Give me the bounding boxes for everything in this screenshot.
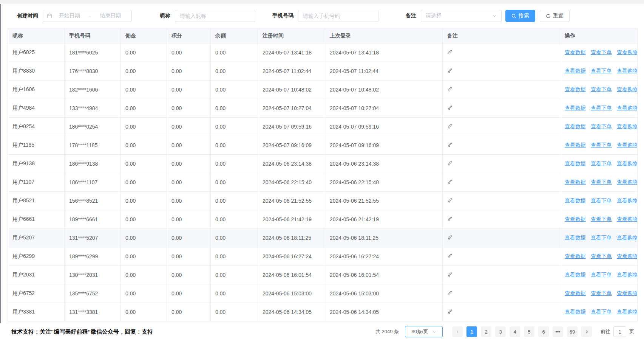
- edit-remark-icon[interactable]: [447, 216, 453, 222]
- view-orders-link[interactable]: 查看下单: [591, 216, 612, 222]
- edit-remark-icon[interactable]: [447, 160, 453, 166]
- cell-last_login: 2024-05-06 23:14:38: [325, 155, 443, 173]
- more-pages-button[interactable]: •••: [553, 326, 563, 337]
- cell-actions: 查看数据查看下单查看购物车: [560, 155, 638, 173]
- view-cart-link[interactable]: 查看购物车: [617, 105, 638, 111]
- view-data-link[interactable]: 查看数据: [565, 123, 586, 129]
- page-button-last[interactable]: 69: [567, 326, 578, 337]
- goto-page-input[interactable]: [613, 326, 626, 337]
- reset-button[interactable]: 重置: [540, 10, 570, 22]
- edit-remark-icon[interactable]: [447, 290, 453, 296]
- view-cart-link[interactable]: 查看购物车: [617, 197, 638, 203]
- view-cart-link[interactable]: 查看购物车: [617, 253, 638, 259]
- view-data-link[interactable]: 查看数据: [565, 290, 586, 296]
- view-data-link[interactable]: 查看数据: [565, 160, 586, 166]
- view-data-link[interactable]: 查看数据: [565, 272, 586, 278]
- view-orders-link[interactable]: 查看下单: [591, 105, 612, 111]
- page-button-2[interactable]: 2: [481, 326, 491, 337]
- view-cart-link[interactable]: 查看购物车: [617, 123, 638, 129]
- view-cart-link[interactable]: 查看购物车: [617, 68, 638, 74]
- cell-nickname: 用户6752: [8, 284, 65, 303]
- col-header-registered: 注册时间: [258, 28, 325, 43]
- cell-registered: 2024-05-07 10:27:04: [258, 99, 325, 118]
- view-cart-link[interactable]: 查看购物车: [617, 160, 638, 166]
- view-data-link[interactable]: 查看数据: [565, 234, 586, 241]
- page-button-4[interactable]: 4: [510, 326, 520, 337]
- view-cart-link[interactable]: 查看购物车: [617, 290, 638, 296]
- view-cart-link[interactable]: 查看购物车: [617, 272, 638, 278]
- cell-last_login: 2024-05-06 21:52:55: [325, 192, 443, 210]
- edit-remark-icon[interactable]: [447, 68, 453, 73]
- view-orders-link[interactable]: 查看下单: [591, 253, 612, 259]
- nickname-input[interactable]: [175, 10, 255, 22]
- prev-page-button[interactable]: [452, 326, 463, 337]
- view-data-link[interactable]: 查看数据: [565, 68, 586, 74]
- view-cart-link[interactable]: 查看购物车: [617, 234, 638, 241]
- cell-phone: 131****5207: [65, 229, 121, 247]
- page-button-3[interactable]: 3: [495, 326, 506, 337]
- edit-remark-icon[interactable]: [447, 123, 453, 129]
- view-orders-link[interactable]: 查看下单: [591, 234, 612, 241]
- cell-last_login: 2024-05-07 11:02:44: [325, 62, 443, 81]
- cell-last_login: 2024-05-06 16:27:24: [325, 247, 443, 266]
- view-orders-link[interactable]: 查看下单: [591, 290, 612, 296]
- phone-input[interactable]: [298, 10, 378, 22]
- cell-remark: [443, 173, 560, 192]
- view-data-link[interactable]: 查看数据: [565, 49, 586, 55]
- edit-remark-icon[interactable]: [447, 142, 453, 147]
- edit-remark-icon[interactable]: [447, 179, 453, 185]
- view-cart-link[interactable]: 查看购物车: [617, 309, 638, 315]
- cell-balance: 0.00: [211, 210, 258, 229]
- view-data-link[interactable]: 查看数据: [565, 253, 586, 259]
- view-cart-link[interactable]: 查看购物车: [617, 86, 638, 92]
- edit-remark-icon[interactable]: [447, 234, 453, 240]
- view-orders-link[interactable]: 查看下单: [591, 86, 612, 92]
- page-size-select[interactable]: 30条/页: [405, 326, 443, 337]
- cell-remark: [443, 118, 560, 136]
- page-button-1[interactable]: 1: [466, 326, 477, 337]
- view-cart-link[interactable]: 查看购物车: [617, 49, 638, 55]
- edit-remark-icon[interactable]: [447, 272, 453, 277]
- page-button-5[interactable]: 5: [524, 326, 534, 337]
- cell-commission: 0.00: [121, 192, 167, 210]
- view-orders-link[interactable]: 查看下单: [591, 142, 612, 148]
- end-date-placeholder[interactable]: 结束日期: [93, 12, 128, 19]
- edit-remark-icon[interactable]: [447, 253, 453, 259]
- edit-remark-icon[interactable]: [447, 86, 453, 92]
- remark-select[interactable]: 请选择: [421, 10, 502, 22]
- view-data-link[interactable]: 查看数据: [565, 142, 586, 148]
- view-orders-link[interactable]: 查看下单: [591, 123, 612, 129]
- start-date-placeholder[interactable]: 开始日期: [52, 12, 87, 19]
- edit-remark-icon[interactable]: [447, 49, 453, 55]
- view-orders-link[interactable]: 查看下单: [591, 160, 612, 166]
- view-data-link[interactable]: 查看数据: [565, 216, 586, 222]
- date-range-picker[interactable]: 开始日期 - 结束日期: [43, 10, 132, 22]
- edit-remark-icon[interactable]: [447, 105, 453, 110]
- view-data-link[interactable]: 查看数据: [565, 309, 586, 315]
- next-page-button[interactable]: [581, 326, 592, 337]
- view-cart-link[interactable]: 查看购物车: [617, 216, 638, 222]
- view-orders-link[interactable]: 查看下单: [591, 49, 612, 55]
- view-data-link[interactable]: 查看数据: [565, 105, 586, 111]
- edit-remark-icon[interactable]: [447, 197, 453, 203]
- view-cart-link[interactable]: 查看购物车: [617, 179, 638, 185]
- table-row: 用户1606182****16060.000.000.002024-05-07 …: [8, 81, 638, 99]
- edit-remark-icon[interactable]: [447, 309, 453, 314]
- table-row: 用户1185178****11850.000.000.002024-05-07 …: [8, 136, 638, 155]
- view-orders-link[interactable]: 查看下单: [591, 272, 612, 278]
- view-orders-link[interactable]: 查看下单: [591, 197, 612, 203]
- chevron-left-icon: [456, 330, 460, 334]
- view-orders-link[interactable]: 查看下单: [591, 179, 612, 185]
- view-data-link[interactable]: 查看数据: [565, 197, 586, 203]
- cell-registered: 2024-05-07 09:59:16: [258, 118, 325, 136]
- view-data-link[interactable]: 查看数据: [565, 86, 586, 92]
- view-data-link[interactable]: 查看数据: [565, 179, 586, 185]
- view-cart-link[interactable]: 查看购物车: [617, 142, 638, 148]
- view-orders-link[interactable]: 查看下单: [591, 309, 612, 315]
- cell-phone: 189****6299: [65, 247, 121, 266]
- cell-registered: 2024-05-06 16:01:54: [258, 266, 325, 284]
- cell-points: 0.00: [167, 303, 211, 321]
- view-orders-link[interactable]: 查看下单: [591, 68, 612, 74]
- search-button[interactable]: 搜索: [505, 10, 535, 22]
- page-button-6[interactable]: 6: [538, 326, 549, 337]
